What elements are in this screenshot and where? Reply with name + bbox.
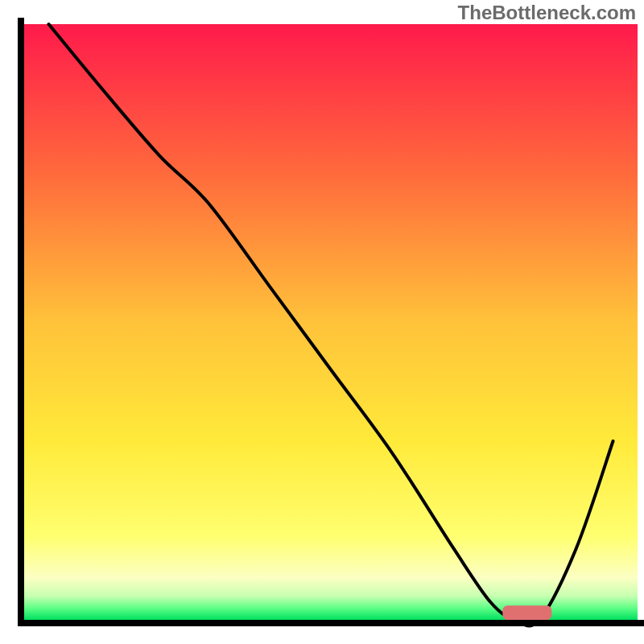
x-axis — [18, 620, 644, 626]
bottleneck-chart — [0, 0, 644, 644]
plot-background — [24, 24, 638, 620]
watermark-text: TheBottleneck.com — [458, 2, 636, 24]
y-axis — [18, 18, 24, 626]
optimum-marker — [502, 605, 551, 620]
chart-container: TheBottleneck.com — [0, 0, 644, 644]
